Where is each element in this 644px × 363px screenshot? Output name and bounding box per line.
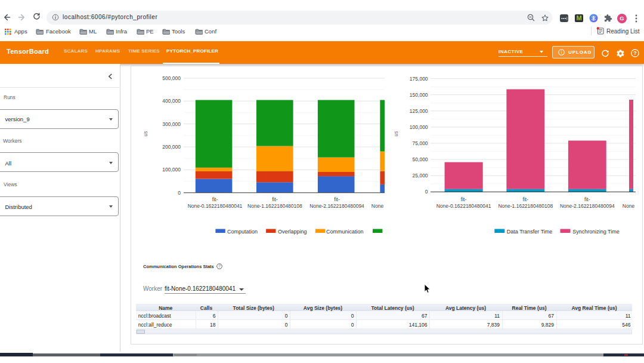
svg-text:200,000: 200,000 xyxy=(162,144,181,150)
svg-text:300,000: 300,000 xyxy=(162,121,181,127)
svg-text:150,000: 150,000 xyxy=(410,92,428,98)
svg-text:Synchronizing Time: Synchronizing Time xyxy=(572,229,620,235)
svg-text:500,000: 500,000 xyxy=(162,75,181,81)
svg-text:None-0.1622180480041: None-0.1622180480041 xyxy=(188,203,243,209)
svg-text:0: 0 xyxy=(425,189,428,195)
svg-text:25,000: 25,000 xyxy=(413,173,428,179)
svg-text:None-0.1622180480041: None-0.1622180480041 xyxy=(436,203,491,209)
svg-text:None: None xyxy=(371,203,384,209)
svg-text:0: 0 xyxy=(178,190,181,196)
svg-text:us: us xyxy=(143,131,148,137)
svg-text:175,000: 175,000 xyxy=(410,76,428,82)
svg-text:Communication: Communication xyxy=(326,229,364,235)
svg-text:400,000: 400,000 xyxy=(162,98,181,104)
svg-text:fit-: fit- xyxy=(584,196,590,202)
svg-text:100,000: 100,000 xyxy=(162,167,181,173)
svg-text:Overlapping: Overlapping xyxy=(278,229,307,235)
svg-text:fit-: fit- xyxy=(523,196,529,202)
svg-text:fit-: fit- xyxy=(272,196,278,202)
svg-text:100,000: 100,000 xyxy=(410,124,428,130)
svg-text:?: ? xyxy=(218,264,221,268)
svg-text:None: None xyxy=(623,203,635,209)
svg-text:None-2.1622180480094: None-2.1622180480094 xyxy=(309,203,364,209)
svg-text:fit-: fit- xyxy=(334,196,340,202)
svg-text:None-1.1622180480108: None-1.1622180480108 xyxy=(247,203,302,209)
svg-text:Computation: Computation xyxy=(227,229,258,235)
svg-text:fit-: fit- xyxy=(212,196,218,202)
svg-text:None-1.1622180480108: None-1.1622180480108 xyxy=(498,203,553,209)
svg-text:us: us xyxy=(394,131,399,137)
svg-text:?: ? xyxy=(633,50,637,56)
svg-text:125,000: 125,000 xyxy=(410,108,428,114)
svg-text:fit-: fit- xyxy=(461,196,467,202)
svg-text:75,000: 75,000 xyxy=(413,140,428,146)
svg-text:Data Transfer Time: Data Transfer Time xyxy=(507,229,553,235)
svg-text:50,000: 50,000 xyxy=(413,156,428,162)
svg-text:None-2.1622180480094: None-2.1622180480094 xyxy=(560,203,615,209)
